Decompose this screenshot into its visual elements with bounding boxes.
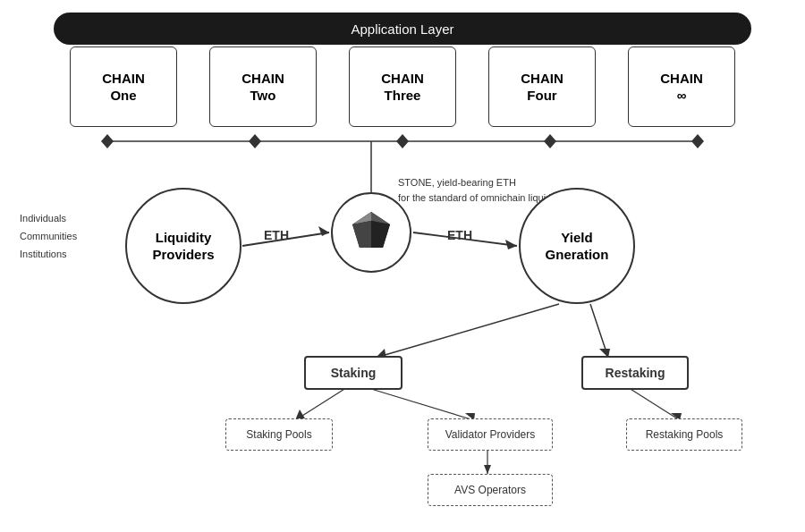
validator-to-avs-arrowhead (484, 465, 491, 474)
diamond-2 (249, 134, 261, 148)
staking-label: Staking (331, 366, 377, 380)
lp-circle: LiquidityProviders (125, 188, 242, 304)
stone-icon (347, 208, 395, 257)
restaking-to-pools-arrow (626, 386, 680, 420)
restaking-pools-box: Restaking Pools (626, 418, 742, 451)
staking-pools-label: Staking Pools (246, 428, 311, 441)
label-individuals: Individuals (20, 210, 77, 228)
diamond-3 (396, 134, 409, 148)
chain-one-line2: One (110, 87, 136, 105)
validator-providers-label: Validator Providers (445, 428, 536, 441)
diamond-5 (691, 134, 704, 148)
restaking-label: Restaking (606, 366, 665, 380)
lp-to-stone-arrowhead (318, 226, 329, 236)
yg-circle: YieldGneration (519, 188, 635, 304)
chain-inf: CHAIN ∞ (628, 46, 735, 127)
staking-box: Staking (304, 356, 402, 390)
chain-one: CHAIN One (70, 46, 177, 127)
restaking-box: Restaking (581, 356, 689, 390)
svg-marker-4 (352, 221, 371, 248)
staking-to-validator-arrow (371, 389, 474, 420)
chain-inf-line2: ∞ (677, 87, 687, 105)
chain-four-line2: Four (527, 87, 556, 105)
stone-text: STONE, yield-bearing ETHfor the standard… (398, 177, 561, 203)
chain-three-line1: CHAIN (381, 70, 424, 88)
validator-providers-box: Validator Providers (428, 418, 553, 451)
restaking-pools-label: Restaking Pools (646, 428, 724, 441)
diamond-4 (544, 134, 556, 148)
staking-pools-box: Staking Pools (225, 418, 333, 451)
app-layer-label: Application Layer (351, 21, 453, 37)
chain-two-line1: CHAIN (242, 70, 284, 88)
yg-label: YieldGneration (546, 229, 609, 264)
application-layer: Application Layer (54, 13, 751, 45)
label-institutions: Institutions (20, 246, 77, 264)
eth-label-1: ETH (264, 228, 289, 242)
chain-four-line1: CHAIN (521, 70, 564, 88)
avs-operators-box: AVS Operators (428, 474, 553, 506)
chain-two: CHAIN Two (209, 46, 317, 127)
chains-row: CHAIN One CHAIN Two CHAIN Three CHAIN Fo… (54, 46, 751, 127)
chain-four: CHAIN Four (488, 46, 596, 127)
chain-three-line2: Three (385, 87, 421, 105)
stone-label: STONE, yield-bearing ETHfor the standard… (398, 175, 561, 205)
staking-to-pools-arrow (295, 386, 349, 420)
svg-marker-3 (371, 221, 390, 248)
stone-circle (331, 192, 411, 273)
diamond-1 (101, 134, 114, 148)
lp-label: LiquidityProviders (152, 229, 214, 264)
diagram-container: Application Layer CHAIN One CHAIN Two CH… (0, 0, 805, 532)
yg-to-staking-arrow (376, 304, 559, 358)
chain-two-line2: Two (250, 87, 276, 105)
chain-one-line1: CHAIN (102, 70, 145, 88)
label-communities: Communities (20, 228, 77, 246)
left-labels: Individuals Communities Institutions (20, 210, 77, 263)
avs-operators-label: AVS Operators (454, 484, 526, 496)
eth-label-2: ETH (447, 228, 472, 242)
stone-to-yg-arrowhead (505, 240, 517, 249)
yg-to-restaking-arrow (590, 304, 608, 358)
chain-inf-line1: CHAIN (660, 70, 703, 88)
chain-three: CHAIN Three (349, 46, 456, 127)
